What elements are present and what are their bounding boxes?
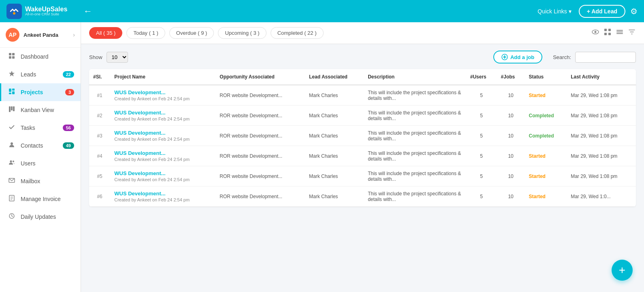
app-name: WakeUpSales <box>25 6 67 13</box>
cell-lead: Mark Charles <box>305 106 364 126</box>
project-link[interactable]: WUS Development... <box>114 130 211 136</box>
table-row: #6 WUS Development... Created by Ankeet … <box>89 186 636 207</box>
tasks-badge: 56 <box>63 125 74 131</box>
back-button[interactable]: ← <box>83 6 92 17</box>
fab-button[interactable]: + <box>612 260 633 281</box>
cell-sl: #2 <box>89 106 110 126</box>
sidebar-item-label: Manage Invoice <box>21 196 61 202</box>
sidebar-item-users[interactable]: Users <box>0 154 81 172</box>
project-link[interactable]: WUS Development... <box>114 190 211 197</box>
sidebar-item-dashboard[interactable]: Dashboard <box>0 48 81 66</box>
cell-lead: Mark Charles <box>305 85 364 106</box>
sidebar-item-contacts[interactable]: Contacts 49 <box>0 137 81 154</box>
svg-rect-25 <box>604 33 607 35</box>
cell-opportunity: ROR website Development... <box>215 85 305 106</box>
cell-project: WUS Development... Created by Ankeet on … <box>110 146 215 166</box>
cell-description: This will include the project specificat… <box>364 85 466 106</box>
cell-lead: Mark Charles <box>305 126 364 146</box>
eye-icon[interactable] <box>591 28 599 38</box>
svg-rect-24 <box>608 29 611 31</box>
search-input[interactable] <box>575 52 636 63</box>
add-job-button[interactable]: Add a job <box>493 51 542 63</box>
filter-today-button[interactable]: Today ( 1 ) <box>126 27 165 39</box>
cell-activity: Mar 29, Wed 1:08 pm <box>567 106 636 126</box>
filter-all-button[interactable]: All ( 35 ) <box>89 27 122 39</box>
svg-rect-8 <box>9 93 11 94</box>
contacts-icon <box>8 142 16 150</box>
mailbox-icon <box>8 177 16 185</box>
table-area: Show 10 25 50 Add a job Search: #Sl. Pro… <box>81 44 644 292</box>
sidebar-item-manage-invoice[interactable]: Manage Invoice <box>0 190 81 208</box>
project-link[interactable]: WUS Development... <box>114 110 211 116</box>
cell-opportunity: ROR website Development... <box>215 106 305 126</box>
leads-badge: 22 <box>63 71 74 78</box>
cell-users: 5 <box>466 85 497 106</box>
col-activity: Last Activity <box>567 69 636 85</box>
table-row: #1 WUS Development... Created by Ankeet … <box>89 85 636 106</box>
user-profile-row[interactable]: AP Ankeet Panda › <box>0 22 81 48</box>
app-subtitle: All-in-one CRM Suite <box>25 13 67 17</box>
projects-table: #Sl. Project Name Opportunity Associated… <box>89 69 636 207</box>
filter-overdue-button[interactable]: Overdue ( 9 ) <box>169 27 214 39</box>
cell-project: WUS Development... Created by Ankeet on … <box>110 166 215 186</box>
show-select[interactable]: 10 25 50 <box>107 52 128 63</box>
filter-upcoming-button[interactable]: Upcoming ( 3 ) <box>218 27 266 39</box>
project-sub: Created by Ankeet on Feb 24 2:54 pm <box>114 137 211 142</box>
col-lead: Lead Associated <box>305 69 364 85</box>
table-controls: Show 10 25 50 Add a job Search: <box>89 51 636 63</box>
cell-jobs: 10 <box>497 85 525 106</box>
svg-rect-2 <box>12 53 15 55</box>
cell-project: WUS Development... Created by Ankeet on … <box>110 106 215 126</box>
cell-opportunity: ROR website Development... <box>215 126 305 146</box>
cell-jobs: 10 <box>497 186 525 207</box>
svg-rect-29 <box>616 33 623 34</box>
daily-updates-icon <box>8 213 16 221</box>
cell-sl: #5 <box>89 166 110 186</box>
project-link[interactable]: WUS Development... <box>114 150 211 156</box>
cell-activity: Mar 29, Wed 1:08 pm <box>567 85 636 106</box>
quick-links-label: Quick Links <box>537 8 567 15</box>
sidebar-item-label: Dashboard <box>21 53 49 60</box>
sidebar-item-daily-updates[interactable]: Daily Updates <box>0 208 81 226</box>
menu-icon[interactable] <box>616 28 624 38</box>
filter-icon[interactable] <box>628 28 636 38</box>
cell-status: Started <box>525 85 567 106</box>
svg-rect-3 <box>9 56 11 59</box>
sidebar-item-leads[interactable]: Leads 22 <box>0 66 81 83</box>
col-project: Project Name <box>110 69 215 85</box>
cell-opportunity: ROR website Development... <box>215 146 305 166</box>
svg-rect-27 <box>616 30 623 31</box>
quick-links-button[interactable]: Quick Links ▾ <box>537 8 571 15</box>
sidebar-item-projects[interactable]: Projects 3 <box>0 83 81 101</box>
grid-icon[interactable] <box>603 28 612 38</box>
sidebar-item-label: Contacts <box>21 142 43 149</box>
search-label: Search: <box>553 54 571 60</box>
project-sub: Created by Ankeet on Feb 24 2:54 pm <box>114 96 211 101</box>
settings-icon[interactable]: ⚙ <box>630 6 638 16</box>
svg-rect-9 <box>9 106 11 112</box>
logo-text: WakeUpSales All-in-one CRM Suite <box>25 6 67 17</box>
navbar: WakeUpSales All-in-one CRM Suite ← Quick… <box>0 0 644 22</box>
table-row: #3 WUS Development... Created by Ankeet … <box>89 126 636 146</box>
sidebar-item-label: Mailbox <box>21 178 40 184</box>
sidebar-item-label: Tasks <box>21 125 35 131</box>
add-lead-button[interactable]: + Add Lead <box>579 5 625 18</box>
cell-users: 5 <box>466 146 497 166</box>
col-users: #Users <box>466 69 497 85</box>
sidebar-item-mailbox[interactable]: Mailbox <box>0 172 81 190</box>
add-job-label: Add a job <box>510 54 534 60</box>
users-icon <box>8 159 16 167</box>
cell-jobs: 10 <box>497 106 525 126</box>
project-link[interactable]: WUS Development... <box>114 89 211 95</box>
svg-rect-26 <box>608 33 611 35</box>
table-row: #5 WUS Development... Created by Ankeet … <box>89 166 636 186</box>
sidebar: AP Ankeet Panda › Dashboard Leads 22 Pro… <box>0 22 81 292</box>
sidebar-item-label: Daily Updates <box>21 214 56 220</box>
filter-completed-button[interactable]: Completed ( 22 ) <box>271 27 324 39</box>
project-link[interactable]: WUS Development... <box>114 170 211 176</box>
sidebar-item-label: Leads <box>21 71 36 78</box>
sidebar-item-kanban[interactable]: Kanban View <box>0 101 81 119</box>
cell-users: 5 <box>466 106 497 126</box>
sidebar-item-tasks[interactable]: Tasks 56 <box>0 119 81 137</box>
table-row: #2 WUS Development... Created by Ankeet … <box>89 106 636 126</box>
